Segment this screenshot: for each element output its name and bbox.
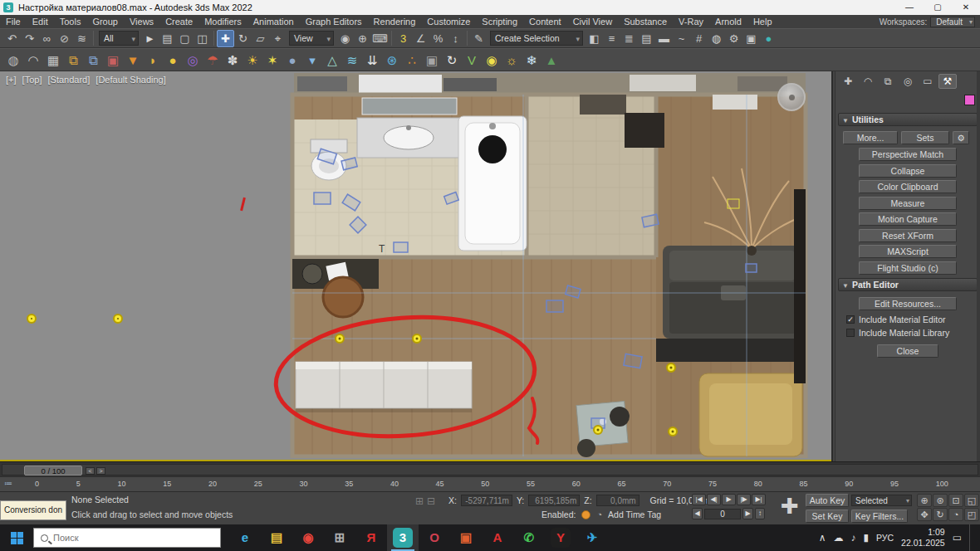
play-icon[interactable]: ▶	[722, 494, 736, 505]
rendered-frame-window-icon[interactable]: ▣	[742, 30, 760, 47]
opera-icon[interactable]: O	[419, 524, 450, 551]
rectangular-selection-region-icon[interactable]: ▢	[176, 30, 194, 47]
physical-camera-icon[interactable]: ▣	[422, 50, 442, 70]
select-and-scale-icon[interactable]: ▱	[252, 30, 269, 47]
x-coordinate-field[interactable]: -5297,711m	[461, 495, 512, 506]
select-by-name-icon[interactable]: ▤	[159, 30, 176, 47]
utility-button[interactable]: Motion Capture	[859, 212, 957, 226]
include-material-editor-checkbox[interactable]: ✓	[846, 315, 855, 324]
utility-button[interactable]: Color Clipboard	[859, 180, 957, 193]
polygon-modeling-icon[interactable]: ◍	[3, 50, 23, 70]
select-and-move-icon[interactable]: ✚	[217, 30, 234, 47]
angle-snap-icon[interactable]: ∠	[412, 30, 429, 47]
isolate-selection-icon[interactable]: ⊞⊟	[415, 495, 439, 507]
go-to-start-icon[interactable]: |◀	[692, 494, 706, 505]
render-production-icon[interactable]: ●	[760, 30, 777, 47]
menu-item[interactable]: Create	[159, 17, 198, 27]
action-center-icon[interactable]: ▭	[953, 532, 962, 544]
path-editor-rollout-header[interactable]: ▼Path Editor	[838, 278, 978, 291]
hidden-icons-chevron-icon[interactable]: ∧	[819, 532, 826, 544]
add-time-tag[interactable]: Add Time Tag	[608, 510, 661, 519]
selection-filter-dropdown[interactable]: All	[99, 31, 139, 46]
floor-plan-render[interactable]: T	[272, 73, 832, 458]
use-pivot-point-center-icon[interactable]: ◉	[336, 30, 354, 47]
container-icon[interactable]: ▦	[43, 50, 63, 70]
named-selection-set-combo[interactable]: Create Selection Set	[490, 31, 583, 46]
select-and-rotate-icon[interactable]: ↻	[234, 30, 252, 47]
unlink-selection-icon[interactable]: ⊘	[56, 30, 73, 47]
particles-icon[interactable]: ∴	[402, 50, 422, 70]
web-light-icon[interactable]: ◎	[183, 50, 203, 70]
menu-item[interactable]: Help	[747, 17, 778, 27]
sun-icon[interactable]: ☀	[243, 50, 262, 70]
select-object-icon[interactable]: ►	[141, 30, 159, 47]
stove[interactable]	[625, 113, 664, 148]
time-slider-track[interactable]: 0 / 100 < >	[2, 464, 978, 475]
armchair[interactable]	[699, 373, 802, 456]
maximize-button[interactable]: ▢	[924, 0, 952, 15]
edge-icon[interactable]: e	[229, 524, 261, 551]
menu-item[interactable]: File	[0, 17, 27, 27]
yandex-icon[interactable]: Y	[545, 524, 576, 551]
zoom-extents-icon[interactable]: ⊡	[948, 494, 963, 507]
arc-icon[interactable]: ◠	[23, 50, 43, 70]
cloud-icon[interactable]: ☁	[833, 532, 843, 544]
menu-item[interactable]: Arnold	[709, 17, 747, 27]
sofa[interactable]	[663, 246, 802, 339]
omni-light-gizmo[interactable]	[113, 314, 123, 324]
maxscript-mini-listener[interactable]: Conversion don	[0, 500, 66, 520]
search-input[interactable]	[53, 533, 194, 543]
cone-icon[interactable]: ▼	[123, 50, 143, 70]
start-button[interactable]	[0, 524, 33, 551]
mirror-icon[interactable]: ◧	[586, 30, 603, 47]
autocad-icon[interactable]: A	[482, 524, 513, 551]
bathroom-sink[interactable]	[357, 98, 462, 158]
utility-button[interactable]: MAXScript	[859, 245, 957, 258]
toggle-ribbon-icon[interactable]: ▬	[655, 30, 673, 47]
menu-item[interactable]: Content	[523, 17, 567, 27]
bind-to-space-warp-icon[interactable]: ≋	[73, 30, 91, 47]
viewport-general-menu[interactable]: [+]	[6, 75, 17, 85]
current-frame-field[interactable]: 0	[704, 509, 741, 519]
track-bar-mode-icon[interactable]: ≔	[4, 479, 12, 488]
spinner-snap-icon[interactable]: ↕	[447, 30, 464, 47]
viewport[interactable]: [+] [Top] [Standard] [Default Shading]	[0, 71, 833, 461]
language-indicator[interactable]: РУС	[876, 533, 894, 543]
menu-item[interactable]: Customize	[421, 17, 476, 27]
bulb-icon[interactable]: ◉	[482, 50, 502, 70]
viewport-pov-menu[interactable]: [Top]	[22, 75, 42, 85]
droplet-icon[interactable]: ▾	[302, 50, 322, 70]
maximize-viewport-icon[interactable]: ◰	[964, 508, 979, 521]
flower-icon[interactable]: ✽	[223, 50, 243, 70]
menu-item[interactable]: Substance	[618, 17, 673, 27]
pan-icon[interactable]: ✥	[917, 508, 932, 521]
schematic-view-icon[interactable]: #	[690, 30, 708, 47]
disc-light-icon[interactable]: ●	[163, 50, 183, 70]
menu-item[interactable]: Animation	[247, 17, 300, 27]
modify-tab-icon[interactable]: ◠	[859, 74, 877, 89]
menu-item[interactable]: Views	[124, 17, 159, 27]
workspaces-dropdown[interactable]: Default	[930, 17, 975, 27]
small-sun-icon[interactable]: ☼	[502, 50, 522, 70]
taskbar-search[interactable]	[33, 528, 221, 548]
utility-button[interactable]: Measure	[859, 197, 957, 210]
snaps-toggle-icon[interactable]: 3	[394, 30, 412, 47]
zoom-icon[interactable]: ⊕	[917, 494, 932, 507]
viewcube-navigation-icon[interactable]	[777, 83, 806, 111]
orbit-icon[interactable]: ↻	[933, 508, 948, 521]
omni-light-gizmo[interactable]	[27, 314, 37, 324]
chrome-icon[interactable]: ◉	[292, 524, 324, 551]
utilities-rollout-header[interactable]: ▼Utilities	[838, 113, 978, 126]
bathtub[interactable]	[458, 116, 527, 251]
tree-icon[interactable]: ▲	[541, 50, 561, 70]
battery-icon[interactable]: ▮	[863, 532, 869, 544]
round-table[interactable]	[323, 277, 363, 317]
utility-button[interactable]: Reset XForm	[859, 229, 957, 242]
scene-file-icon[interactable]: ⧉	[63, 50, 83, 70]
helmet-icon[interactable]: ◗	[143, 50, 163, 70]
z-coordinate-field[interactable]: 0,0mm	[596, 495, 639, 506]
toggle-scene-explorer-icon[interactable]: ≣	[620, 30, 638, 47]
utility-button[interactable]: Collapse	[859, 164, 957, 178]
yandex-browser-icon[interactable]: Я	[355, 524, 387, 551]
file-explorer-icon[interactable]: ▤	[261, 524, 292, 551]
